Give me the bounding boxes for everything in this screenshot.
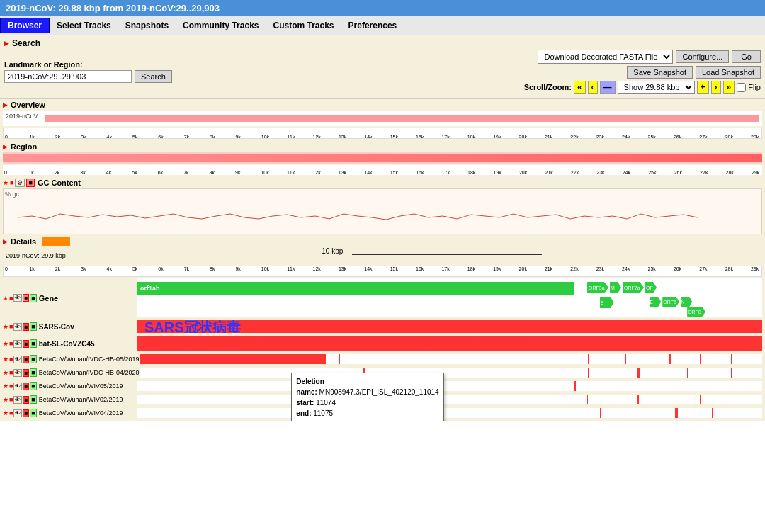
overview-ruler: 0 1k 2k 3k 4k 5k 6k 7k 8k 9k 10k 11k 12k… bbox=[3, 128, 762, 139]
wiv04-bar4 bbox=[712, 408, 713, 418]
wiv02-viz[interactable] bbox=[137, 395, 762, 404]
wiv04-viz[interactable] bbox=[137, 408, 762, 418]
region-label: Region bbox=[11, 142, 37, 151]
overview-track-label: 2019-nCoV bbox=[6, 113, 38, 120]
orf6-gene[interactable]: ORF6 bbox=[662, 297, 679, 307]
wiv04-green: ■ bbox=[30, 409, 36, 417]
wiv02-eye[interactable]: 👁 bbox=[13, 396, 22, 404]
gc-y-label: % gc bbox=[5, 191, 19, 198]
details-scale-row: 2019-nCoV: 29.9 kbp 10 kbp bbox=[3, 247, 762, 264]
menu-snapshots[interactable]: Snapshots bbox=[118, 18, 176, 33]
wiv05-eye[interactable]: 👁 bbox=[13, 383, 22, 390]
betacov04-color: ■ bbox=[23, 369, 29, 377]
fasta-dropdown[interactable]: Download Decorated FASTA File bbox=[538, 50, 673, 64]
go-button[interactable]: Go bbox=[732, 50, 761, 63]
zoom-select[interactable]: Show 29.88 kbp bbox=[618, 81, 695, 94]
orf3a-gene[interactable]: ORF3a bbox=[587, 282, 608, 293]
gc-chart bbox=[18, 189, 762, 234]
e-gene[interactable]: E bbox=[650, 297, 661, 307]
configure-button[interactable]: Configure... bbox=[676, 50, 729, 63]
scroll-far-right[interactable]: » bbox=[723, 81, 735, 94]
betacov04-eye[interactable]: 👁 bbox=[13, 369, 22, 377]
scroll-zoom-area: Scroll/Zoom: « ‹ — Show 29.88 kbp + › » … bbox=[524, 81, 761, 94]
gene-track-viz[interactable]: orf1ab ORF3a M ORF7a OF S E ORF6 N bbox=[137, 278, 762, 317]
bat-label: bat-SL-CoVZC45 bbox=[39, 340, 95, 348]
tooltip-name: name: MN908947.3/EPI_ISL_402120_11014 bbox=[296, 387, 438, 397]
wiv05-color: ■ bbox=[23, 383, 29, 390]
bat-green-box: ■ bbox=[30, 339, 36, 348]
deletion-tooltip: Deletion name: MN908947.3/EPI_ISL_402120… bbox=[291, 373, 443, 421]
zoom-in[interactable]: + bbox=[697, 81, 709, 94]
wiv02-bar3 bbox=[638, 395, 639, 404]
search-section-label: Search bbox=[12, 38, 40, 48]
bat-viz[interactable]: 类SARS冠状病毒蝙蝠株（Bat SARS-like coronavirus i… bbox=[137, 336, 762, 351]
gc-config-icon[interactable]: ⚙ bbox=[15, 179, 25, 187]
n-gene[interactable]: N bbox=[681, 297, 692, 307]
menu-community-tracks[interactable]: Community Tracks bbox=[176, 18, 266, 33]
orf7a-gene[interactable]: ORF7a bbox=[623, 282, 644, 293]
kbp-scale-label: 10 kbp bbox=[322, 247, 343, 255]
sars-color-box: ■ bbox=[23, 323, 29, 331]
gene-eye-icon[interactable]: 👁 bbox=[13, 294, 22, 302]
wiv04-bar5 bbox=[744, 408, 744, 418]
of-gene[interactable]: OF bbox=[645, 282, 657, 293]
bat-eye-icon[interactable]: 👁 bbox=[13, 340, 22, 348]
zoom-out[interactable]: — bbox=[600, 81, 616, 94]
scroll-left[interactable]: ‹ bbox=[588, 81, 598, 94]
betacov04-label: BetaCoV/Wuhan/IVDC-HB-04/2020 bbox=[39, 369, 140, 376]
menu-select-tracks[interactable]: Select Tracks bbox=[50, 18, 118, 33]
search-button[interactable]: Search bbox=[135, 70, 172, 83]
details-ruler: 0 1k 2k 3k 4k 5k 6k 7k 8k 9k 10k 11k 12k… bbox=[3, 266, 762, 277]
flip-label: Flip bbox=[748, 83, 761, 91]
tooltip-title: Deletion bbox=[296, 376, 438, 387]
betacov05-color: ■ bbox=[23, 356, 29, 363]
load-snapshot-button[interactable]: Load Snapshot bbox=[696, 66, 761, 79]
landmark-input[interactable] bbox=[4, 70, 132, 83]
wiv04-bar2 bbox=[600, 408, 601, 418]
menu-browser[interactable]: Browser bbox=[0, 18, 50, 33]
wiv02-bar4 bbox=[700, 395, 701, 404]
orf1ab-label: orf1ab bbox=[140, 285, 160, 292]
wiv04-eye[interactable]: 👁 bbox=[13, 409, 22, 417]
gc-color-icon[interactable]: ■ bbox=[26, 179, 34, 187]
scroll-right[interactable]: › bbox=[711, 81, 721, 94]
orf8-gene[interactable]: ORF8 bbox=[687, 307, 706, 317]
wiv05-viz[interactable] bbox=[137, 381, 762, 391]
sars-eye-icon[interactable]: 👁 bbox=[13, 323, 22, 331]
scroll-zoom-label: Scroll/Zoom: bbox=[524, 83, 572, 91]
browser-content: ▶ Overview 2019-nCoV 0 1k 2k 3k 4k 5k 6k bbox=[0, 99, 765, 421]
betacov04-bar5 bbox=[731, 368, 732, 378]
menu-preferences[interactable]: Preferences bbox=[341, 18, 404, 33]
bat-track-row: ★ ■ 👁 ■ ■ bat-SL-CoVZC45 类SARS冠状病毒蝙蝠株（Ba… bbox=[3, 335, 762, 352]
gc-label: GC Content bbox=[38, 179, 81, 187]
wiv05-bar2 bbox=[574, 381, 576, 391]
toolbar-area: ▶ Search Landmark or Region: Search Down… bbox=[0, 35, 765, 99]
sars-cov-viz[interactable]: SARS冠状病毒 bbox=[137, 320, 762, 333]
wiv02-bar2 bbox=[587, 395, 588, 404]
betacov05-bar7 bbox=[731, 354, 732, 364]
scroll-far-left[interactable]: « bbox=[574, 81, 586, 94]
betacov04-green: ■ bbox=[30, 368, 36, 377]
small-genes-top: ORF3a M ORF7a OF bbox=[587, 282, 657, 293]
title-bar: 2019-nCoV: 29.88 kbp from 2019-nCoV:29..… bbox=[0, 0, 765, 16]
s-gene[interactable]: S bbox=[600, 297, 614, 308]
gene-track-row: ★ ■ 👁 ■ ■ Gene orf1ab ORF3a M ORF7a OF bbox=[3, 278, 762, 317]
menu-custom-tracks[interactable]: Custom Tracks bbox=[266, 18, 341, 33]
betacov05-green: ■ bbox=[30, 355, 36, 363]
betacov05-viz[interactable] bbox=[140, 354, 762, 364]
flip-checkbox[interactable] bbox=[737, 83, 746, 92]
overview-track-bar bbox=[45, 115, 759, 122]
details-indicator bbox=[42, 237, 70, 246]
betacov05-eye[interactable]: 👁 bbox=[13, 356, 22, 363]
orf1ab-gene[interactable]: orf1ab bbox=[137, 282, 574, 295]
wiv02-green: ■ bbox=[30, 395, 36, 404]
betacov05-bar3 bbox=[588, 354, 589, 364]
m-gene[interactable]: M bbox=[610, 282, 621, 293]
tooltip-ref: REF: CT bbox=[296, 419, 438, 421]
save-snapshot-button[interactable]: Save Snapshot bbox=[627, 66, 693, 79]
betacov-tracks: ★■ 👁 ■ ■ BetaCoV/Wuhan/IVDC-HB-05/2019 bbox=[3, 353, 762, 419]
betacov05-bar1 bbox=[140, 354, 327, 364]
betacov05-bar2 bbox=[339, 354, 340, 364]
wiv05-row: ★■ 👁 ■ ■ BetaCoV/Wuhan/WIV05/2019 Deleti… bbox=[3, 380, 762, 392]
betacov04-viz[interactable] bbox=[140, 368, 762, 378]
